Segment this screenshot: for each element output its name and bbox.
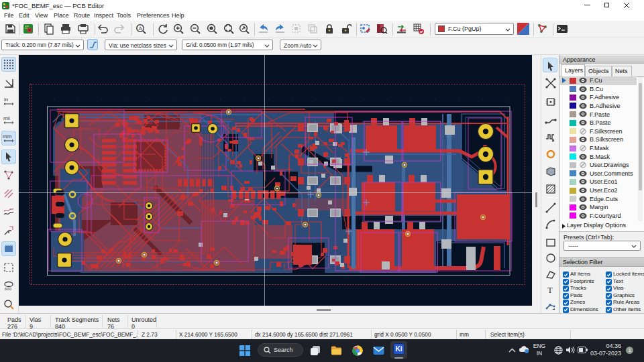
svg-text:mm: mm [3,133,12,139]
svg-text:mil: mil [3,115,10,121]
svg-text:in: in [4,97,8,103]
svg-text:T: T [547,285,553,295]
svg-text:600: 600 [5,287,12,291]
svg-text:A: A [139,25,143,32]
